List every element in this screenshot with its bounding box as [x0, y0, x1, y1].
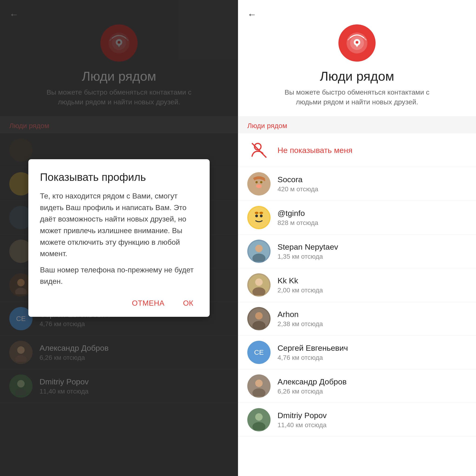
dialog-body-2: Ваш номер телефона по-прежнему не будет … [40, 264, 198, 287]
avatar-socora [247, 172, 271, 195]
right-section-label: Люди рядом [238, 116, 476, 133]
item-name-kkkk: Kk Kk [277, 276, 323, 285]
svg-point-22 [248, 207, 269, 228]
item-distance-socora: 420 м отсюда [277, 186, 318, 193]
list-item-arhon-r[interactable]: Arhon 2,38 км отсюда [238, 302, 476, 336]
svg-point-26 [259, 212, 263, 214]
dialog-ok-button[interactable]: ОК [178, 297, 198, 310]
svg-point-25 [255, 212, 258, 214]
list-item-dmitriy-r[interactable]: Dmitriy Popov 11,40 км отсюда [238, 403, 476, 437]
svg-point-23 [255, 215, 258, 217]
list-item-sergey-r[interactable]: СЕ Сергей Евгеньевич 4,76 км отсюда [238, 336, 476, 369]
svg-point-19 [255, 181, 258, 183]
list-item-kkkk[interactable]: Kk Kk 2,00 км отсюда [238, 268, 476, 302]
svg-point-37 [255, 380, 263, 387]
avatar-dmitriy-r [247, 408, 271, 431]
item-distance-kkkk: 2,00 км отсюда [277, 287, 323, 294]
item-distance-dmitriy-r: 11,40 км отсюда [277, 421, 327, 429]
dialog-actions: ОТМЕНА ОК [40, 297, 198, 310]
item-info-dmitriy-r: Dmitriy Popov 11,40 км отсюда [277, 411, 327, 429]
svg-point-21 [256, 184, 262, 188]
item-name-tginfo: @tginfo [277, 209, 318, 218]
right-location-icon-wrapper [339, 24, 375, 62]
avatar-stepan [247, 240, 271, 263]
item-distance-sergey-r: 4,76 км отсюда [277, 354, 348, 361]
left-panel: ← Люди рядом Вы можете быстро обменяться… [0, 0, 238, 476]
not-showing-icon [247, 138, 271, 162]
not-showing-text: Не показывать меня [277, 146, 352, 155]
item-info-stepan: Stepan Nepytaev 1,35 км отсюда [277, 242, 338, 260]
item-info-tginfo: @tginfo 828 м отсюда [277, 209, 318, 227]
avatar-arhon-r [247, 307, 271, 330]
item-name-alex-r: Александр Добров [277, 377, 347, 386]
svg-point-34 [255, 312, 263, 320]
item-name-stepan: Stepan Nepytaev [277, 242, 338, 252]
svg-line-17 [252, 143, 266, 158]
not-showing-row[interactable]: Не показывать меня [238, 133, 476, 167]
item-name-sergey-r: Сергей Евгеньевич [277, 343, 348, 353]
svg-point-14 [356, 41, 358, 44]
item-info-alex-r: Александр Добров 6,26 км отсюда [277, 377, 347, 395]
item-distance-alex-r: 6,26 км отсюда [277, 388, 347, 395]
item-distance-arhon-r: 2,38 км отсюда [277, 320, 323, 328]
svg-point-24 [260, 215, 263, 217]
item-distance-stepan: 1,35 км отсюда [277, 253, 338, 260]
svg-point-28 [255, 245, 263, 252]
dialog-cancel-button[interactable]: ОТМЕНА [127, 297, 169, 310]
right-header-area: ← Люди рядом Вы можете быстро обменяться… [238, 0, 476, 116]
svg-point-20 [260, 181, 262, 183]
avatar-sergey-r: СЕ [247, 341, 271, 364]
item-info-kkkk: Kk Kk 2,00 км отсюда [277, 276, 323, 294]
list-item-alex-r[interactable]: Александр Добров 6,26 км отсюда [238, 369, 476, 403]
list-item-tginfo[interactable]: @tginfo 828 м отсюда [238, 201, 476, 235]
list-item-socora[interactable]: Socora 420 м отсюда [238, 167, 476, 201]
item-name-socora: Socora [277, 175, 318, 184]
item-info-arhon-r: Arhon 2,38 км отсюда [277, 310, 323, 328]
dialog-overlay: Показывать профиль Те, кто находится ряд… [0, 0, 238, 476]
avatar-tginfo [247, 206, 271, 229]
dialog-title: Показывать профиль [40, 171, 198, 183]
avatar-alex-r [247, 374, 271, 398]
item-info-sergey-r: Сергей Евгеньевич 4,76 км отсюда [277, 343, 348, 361]
item-name-arhon-r: Arhon [277, 310, 323, 319]
right-back-button[interactable]: ← [247, 9, 256, 20]
list-item-stepan[interactable]: Stepan Nepytaev 1,35 км отсюда [238, 235, 476, 268]
right-panel: ← Люди рядом Вы можете быстро обменяться… [238, 0, 476, 476]
item-info-socora: Socora 420 м отсюда [277, 175, 318, 193]
right-location-pin-icon [345, 31, 369, 55]
right-header-title: Люди рядом [320, 68, 394, 84]
dialog-body-1: Те, кто находится рядом с Вами, смогут в… [40, 190, 198, 260]
right-people-list: Не показывать меня Socora 420 м отсюда [238, 133, 476, 476]
person-slash-icon [250, 141, 268, 159]
item-distance-tginfo: 828 м отсюда [277, 219, 318, 227]
item-name-dmitriy-r: Dmitriy Popov [277, 411, 327, 420]
avatar-kkkk [247, 273, 271, 297]
svg-point-31 [255, 278, 263, 286]
right-header-subtitle: Вы можете быстро обменяться контактами с… [276, 87, 438, 107]
svg-point-40 [255, 413, 263, 421]
dialog: Показывать профиль Те, кто находится ряд… [28, 159, 210, 317]
